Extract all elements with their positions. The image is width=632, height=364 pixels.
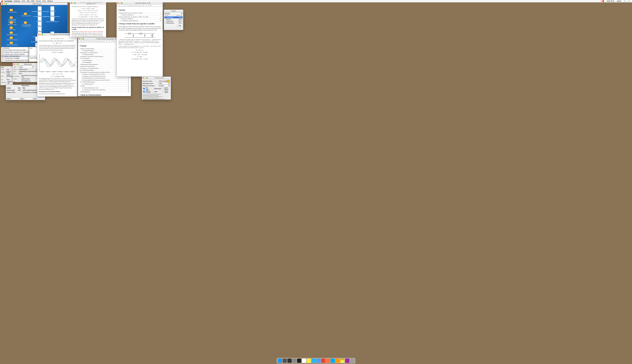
doc-item[interactable]: Electrical oscillation with external exc… [1, 49, 28, 51]
share-icon[interactable] [126, 4, 128, 6]
palette-item[interactable]: ⬚ DeterminedCtrl-t d [164, 20, 183, 22]
file-icon[interactable] [38, 6, 42, 11]
zoom-out-icon[interactable] [82, 40, 84, 42]
bib2-author[interactable]: Vladimir Erohin [18, 68, 34, 70]
node-et-i-spulen-und-kondensatoren[interactable] [24, 22, 27, 24]
node-mosfet-driver[interactable] [10, 22, 13, 24]
toc-entry[interactable]: 12 Transformatoren59 [80, 91, 129, 93]
doc-item[interactable]: Non-reflective power extraction Appendix [1, 53, 28, 55]
zoom-in-icon[interactable] [123, 4, 125, 6]
node-ethereal-mechanics[interactable] [10, 42, 13, 44]
zoom-icon[interactable] [82, 38, 84, 40]
node-electrodynamics[interactable] [24, 13, 27, 15]
close-icon[interactable] [79, 38, 80, 40]
rotate-icon[interactable] [107, 40, 109, 42]
minimize-icon[interactable] [119, 2, 120, 4]
close-icon[interactable] [71, 2, 72, 4]
print-check-list-of-figures[interactable]: List of Figures [162, 87, 170, 90]
menu-window[interactable]: Window [47, 0, 53, 2]
close-icon[interactable] [143, 77, 144, 78]
bib2-title-field[interactable]: Contradictions in Electrodynamics [18, 70, 38, 72]
toc-entry[interactable]: 11.2 Verhalten einer Spule bei Stromände… [80, 89, 129, 91]
doc-item[interactable]: ET V Transformator mit nicht konstanter … [1, 59, 28, 61]
node-boho-todo[interactable] [10, 26, 13, 29]
toc-entry[interactable]: 2.2 Finding the optimal inductivity14 [118, 20, 161, 22]
doc-item[interactable]: Vocal Algebra [1, 47, 28, 49]
bib-row[interactable]: titleContradictions in Electrodynamics [13, 80, 38, 82]
toc-entry[interactable]: 11.1 Strom durchflossener Leiter58 [80, 87, 129, 89]
app-name[interactable]: Cassiopeia [4, 0, 12, 2]
menu-format[interactable]: Format [36, 0, 41, 2]
minimize-icon[interactable] [72, 2, 74, 4]
apple-menu[interactable]: 🍎 [1, 0, 3, 2]
node-distinits-universe-ii[interactable] [10, 37, 13, 39]
close-icon[interactable] [14, 64, 15, 65]
toc-entry[interactable]: 9.4 Ersatzschaltbild für Widerstand und … [80, 79, 129, 81]
toc-entry[interactable]: 10 LC-Tank Parallelschaltung45 [80, 81, 129, 83]
minimize-icon[interactable] [144, 77, 146, 78]
menu-tools[interactable]: Tools [42, 0, 46, 2]
link-energy-transfer[interactable]: Energy transfer from one capacitor to an… [80, 31, 101, 32]
node-a-new-approach[interactable] [10, 9, 13, 11]
bib-row[interactable]: howpublis...http://vev50.narod.ru/Exper-… [13, 74, 38, 78]
minimize-icon[interactable] [16, 64, 17, 65]
zoom-icon[interactable] [17, 64, 18, 65]
file-icon[interactable] [50, 12, 54, 16]
palette-category-select[interactable]: Brackets [164, 13, 183, 14]
palette-item[interactable]: ⬚ BracketCtrl-t [ [164, 18, 183, 20]
palette-item[interactable]: ⬚ DeterminanteCtrl-t ! [164, 22, 183, 24]
close-icon[interactable] [118, 2, 119, 4]
print-check-list-of-tables[interactable]: List of Tables [162, 90, 170, 93]
close-icon[interactable] [38, 34, 39, 35]
menu-sdm[interactable]: SDM [31, 0, 34, 2]
print-check-bibliography[interactable]: Bibliography [152, 87, 161, 90]
filter-author[interactable] [12, 98, 19, 100]
node-thermionic-overunity-generator[interactable] [10, 16, 13, 19]
zoom-in-icon[interactable] [84, 40, 86, 42]
file-icon[interactable] [50, 16, 54, 21]
zoom-icon[interactable] [6, 3, 7, 4]
zoom-icon[interactable] [74, 2, 76, 4]
highlight-icon[interactable] [141, 4, 143, 6]
toc-entry[interactable]: 11 Spulen58 [80, 85, 129, 87]
sidebar-icon[interactable] [118, 4, 120, 6]
share-icon[interactable] [87, 40, 89, 42]
palette-item[interactable]: ⬚ ParenthesisCtrl-t ( [164, 16, 183, 18]
menu-form[interactable]: Form [22, 0, 26, 2]
toc-entry[interactable]: 1 Energy transfer from one capacitor to … [118, 12, 161, 14]
search-input[interactable]: 🔍 [149, 4, 162, 6]
filter-year[interactable] [25, 98, 32, 100]
bib-row[interactable]: publisherAddison-We [0, 81, 13, 84]
print-check-index[interactable]: Index [152, 90, 161, 93]
bib1-type[interactable]: book [6, 68, 13, 70]
edit-icon[interactable] [110, 40, 112, 42]
minimize-icon[interactable] [81, 38, 82, 40]
gear-icon[interactable] [167, 80, 170, 83]
zoom-icon[interactable] [146, 77, 148, 78]
file-icon[interactable] [38, 22, 42, 26]
bib1-title-field[interactable]: LATEX Einführung I [6, 74, 13, 79]
close-icon[interactable] [2, 3, 3, 4]
toc-entry[interactable]: 1.1 Energy Consideration5 [118, 14, 161, 16]
zoom-icon[interactable] [121, 2, 122, 4]
print-check-table-of-contents[interactable]: Table of Contents [143, 90, 151, 93]
filter-title[interactable] [38, 98, 45, 100]
toc-entry[interactable]: 2 Energy transfer from one capacitor to … [118, 16, 161, 18]
zoom-out-icon[interactable] [120, 4, 122, 6]
bib2-type-select[interactable]: misc [19, 66, 34, 68]
et1-content[interactable]: I₀ = U₀ / √(R² + X_L²) Auch die Wurzel i… [37, 36, 77, 96]
doc-item[interactable]: Non-reflective power extraction from a g… [1, 51, 28, 53]
bib-row[interactable]: authorVladimir Erohin [13, 78, 38, 80]
zoom-icon[interactable] [42, 34, 43, 35]
bib1-author[interactable]: Helmut Kopka [6, 70, 13, 74]
toc-entry[interactable]: 9.3 Parallelschaltung von realen Kompone… [80, 77, 129, 79]
file-icon[interactable] [38, 12, 42, 16]
doc-item[interactable]: ET II Transformator Grundlagen [1, 57, 28, 59]
sidebar-icon[interactable] [79, 40, 81, 42]
menu-database[interactable]: Database [14, 0, 20, 2]
toc-entry[interactable]: 2.1 Energy consideration12 [118, 18, 161, 20]
rotate-icon[interactable] [144, 4, 146, 6]
print-check-title-page[interactable]: Title Page [143, 87, 151, 90]
file-icon[interactable] [38, 16, 42, 21]
doc-item[interactable]: ET I Spulen und Kondensatoren [1, 55, 28, 57]
